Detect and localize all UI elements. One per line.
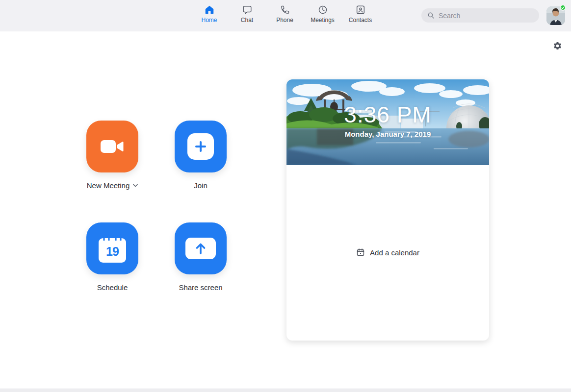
add-calendar-label: Add a calendar <box>370 248 419 257</box>
search-input[interactable] <box>439 12 534 20</box>
tab-home-label: Home <box>201 17 217 23</box>
chevron-down-icon[interactable] <box>133 184 138 187</box>
tab-contacts-label: Contacts <box>349 17 372 23</box>
new-meeting-tile[interactable] <box>86 121 138 172</box>
tab-chat[interactable]: Chat <box>228 4 266 28</box>
clock-photo: 3:36 PM Monday, January 7, 2019 <box>286 79 489 165</box>
new-meeting-label: New Meeting <box>87 181 130 190</box>
clock-date: Monday, January 7, 2019 <box>345 130 431 138</box>
clock-time: 3:36 PM <box>344 103 431 126</box>
tab-chat-label: Chat <box>241 17 253 23</box>
tab-home[interactable]: Home <box>190 4 228 28</box>
calendar-outline-icon <box>356 248 365 257</box>
gear-icon <box>553 41 562 50</box>
calendar-day-number: 19 <box>106 243 119 259</box>
search-box[interactable] <box>421 8 539 23</box>
schedule-tile[interactable]: 19 <box>86 222 138 274</box>
contacts-icon <box>355 4 366 16</box>
video-camera-icon <box>100 139 125 154</box>
screen-share-arrow-icon <box>185 238 216 259</box>
chat-icon <box>242 4 253 16</box>
tab-meetings[interactable]: Meetings <box>304 4 341 28</box>
bottom-strip <box>0 389 571 392</box>
calendar-card: 3:36 PM Monday, January 7, 2019 Add a ca… <box>286 79 489 341</box>
share-screen-tile[interactable] <box>175 222 227 274</box>
tab-phone[interactable]: Phone <box>266 4 304 28</box>
phone-icon <box>280 4 290 16</box>
join-button[interactable]: Join <box>164 121 237 190</box>
new-meeting-button[interactable]: New Meeting <box>76 121 149 190</box>
schedule-label: Schedule <box>97 283 128 292</box>
search-icon <box>427 12 435 19</box>
calendar-icon: 19 <box>98 234 127 263</box>
schedule-button[interactable]: 19 Schedule <box>76 222 149 292</box>
home-icon <box>204 4 215 16</box>
share-screen-label: Share screen <box>179 283 222 292</box>
top-bar: Home Chat Phone Meetings Contacts <box>0 0 571 31</box>
join-tile[interactable] <box>175 121 227 172</box>
clock-overlay: 3:36 PM Monday, January 7, 2019 <box>286 79 489 165</box>
join-label: Join <box>194 181 208 190</box>
tab-meetings-label: Meetings <box>311 17 335 23</box>
online-status-dot <box>560 4 566 11</box>
tab-phone-label: Phone <box>276 17 293 23</box>
settings-button[interactable] <box>551 39 564 52</box>
main-nav: Home Chat Phone Meetings Contacts <box>190 4 379 28</box>
share-screen-button[interactable]: Share screen <box>164 222 237 292</box>
meetings-icon <box>317 4 328 16</box>
tab-contacts[interactable]: Contacts <box>341 4 379 28</box>
add-calendar-button[interactable]: Add a calendar <box>286 248 489 257</box>
plus-icon <box>187 133 214 160</box>
